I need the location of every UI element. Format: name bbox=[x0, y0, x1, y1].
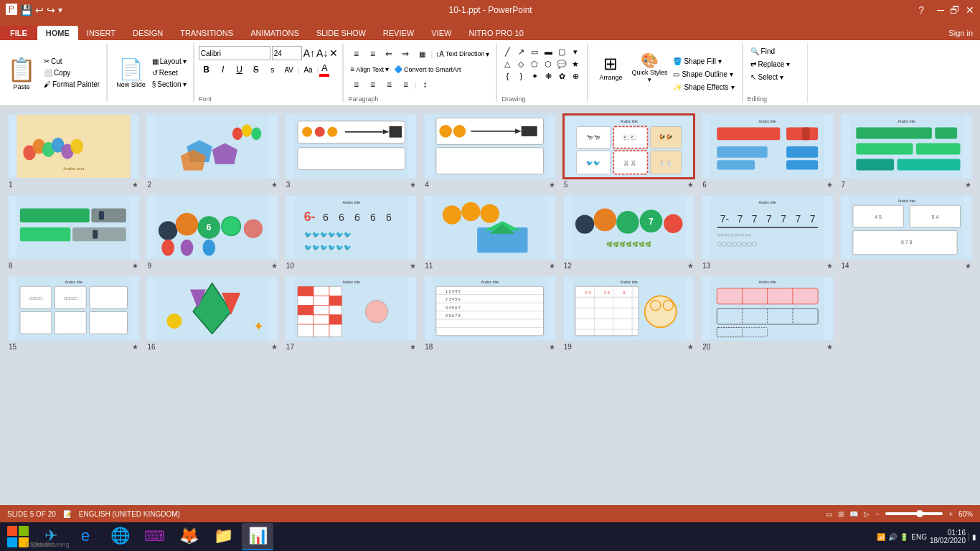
find-button[interactable]: 🔍 Find bbox=[748, 46, 793, 57]
bold-button[interactable]: B bbox=[199, 62, 215, 77]
cut-button[interactable]: ✂ Cut bbox=[42, 57, 102, 66]
italic-button[interactable]: I bbox=[215, 62, 231, 77]
shape-custom2[interactable]: ❋ bbox=[542, 70, 554, 82]
slide-sorter-btn[interactable]: ⊞ bbox=[838, 510, 844, 518]
slide-item-3[interactable]: 3★ bbox=[285, 113, 418, 189]
slide-item-7[interactable]: Arabic title 7★ bbox=[840, 113, 973, 189]
slide-item-17[interactable]: Arabic title 17★ bbox=[285, 276, 418, 351]
shape-custom1[interactable]: ✦ bbox=[529, 70, 540, 82]
font-name-input[interactable] bbox=[199, 46, 270, 60]
justify-button[interactable]: ≡ bbox=[397, 77, 413, 93]
slide-item-20[interactable]: Arabic title 20★ bbox=[701, 276, 834, 351]
slide-item-19[interactable]: Arabic title 2 5 2 5 8 19★ bbox=[562, 276, 695, 351]
shape-diamond[interactable]: ◇ bbox=[515, 58, 527, 70]
tab-animations[interactable]: ANIMATIONS bbox=[242, 26, 308, 40]
save-btn[interactable]: 💾 bbox=[20, 4, 32, 16]
slide-item-13[interactable]: Arabic title 7- 7 7 7 7 7 7 ○○○○○○○○○○ ⬡… bbox=[701, 194, 834, 270]
numbering-button[interactable]: ≡ bbox=[364, 46, 380, 62]
clear-format-btn[interactable]: ✕ bbox=[329, 47, 338, 59]
columns-button[interactable]: ▦ bbox=[414, 46, 430, 62]
increase-font-btn[interactable]: A↑ bbox=[303, 47, 315, 59]
new-slide-button[interactable]: 📄 New Slide bbox=[112, 43, 150, 103]
slide-item-18[interactable]: Arabic title 1 2 3 4 5 2 3 4 5 6 3 4 5 6… bbox=[423, 276, 556, 351]
font-size-input[interactable] bbox=[272, 46, 302, 60]
center-button[interactable]: ≡ bbox=[364, 77, 380, 93]
underline-button[interactable]: U bbox=[232, 62, 248, 77]
shape-fill-button[interactable]: 🪣 Shape Fill ▾ bbox=[670, 56, 737, 67]
paste-button[interactable]: 📋 Paste bbox=[4, 43, 39, 103]
shape-more[interactable]: ▾ bbox=[570, 46, 581, 57]
undo-btn[interactable]: ↩ bbox=[35, 4, 44, 16]
tab-transitions[interactable]: TRANSITIONS bbox=[171, 26, 242, 40]
tab-nitro[interactable]: NITRO PRO 10 bbox=[460, 26, 532, 40]
shape-rect2[interactable]: ▬ bbox=[542, 46, 554, 57]
char-spacing-button[interactable]: AV bbox=[281, 62, 297, 77]
shape-rounded-rect[interactable]: ▢ bbox=[556, 46, 567, 57]
slide-item-2[interactable]: 2★ bbox=[146, 113, 278, 189]
convert-smartart-button[interactable]: 🔷 Convert to SmartArt bbox=[392, 65, 463, 74]
shape-curly[interactable]: } bbox=[515, 70, 527, 82]
slide-item-15[interactable]: Arabic title □□□□□ □□□□□ 15★ bbox=[7, 276, 140, 351]
font-color-button[interactable]: A bbox=[319, 62, 329, 77]
align-text-button[interactable]: ≡ Align Text ▾ bbox=[348, 65, 391, 74]
presenter-view-btn[interactable]: ▷ bbox=[864, 510, 870, 518]
shape-custom4[interactable]: ⊕ bbox=[570, 70, 581, 82]
shape-outline-button[interactable]: ▭ Shape Outline ▾ bbox=[670, 69, 737, 80]
align-right-button[interactable]: ≡ bbox=[381, 77, 397, 93]
arrange-button[interactable]: ⊞ Arrange bbox=[593, 46, 628, 89]
help-btn[interactable]: ? bbox=[918, 4, 924, 16]
bullets-button[interactable]: ≡ bbox=[348, 46, 364, 62]
text-shadow-button[interactable]: s bbox=[265, 62, 281, 77]
select-button[interactable]: ↖ Select ▾ bbox=[748, 72, 793, 83]
strikethrough-button[interactable]: S bbox=[248, 62, 264, 77]
minimize-btn[interactable]: ─ bbox=[937, 4, 944, 16]
shape-brace[interactable]: { bbox=[501, 70, 513, 82]
change-case-button[interactable]: Aa bbox=[301, 62, 316, 77]
slide-item-14[interactable]: Arabic title 4 5 5 4 6 7 8 14★ bbox=[840, 194, 973, 270]
slide-item-9[interactable]: 6 9★ bbox=[146, 194, 278, 270]
line-spacing-button[interactable]: ↕ bbox=[417, 77, 433, 93]
slide-item-12[interactable]: 7 🌿🌿🌿🌿🌿🌿🌿 12★ bbox=[562, 194, 695, 270]
tab-home[interactable]: HOME bbox=[37, 26, 78, 40]
slide-item-16[interactable]: ✦ 16★ bbox=[146, 276, 278, 351]
zoom-out-btn[interactable]: − bbox=[875, 510, 880, 518]
notes-icon[interactable]: 📝 bbox=[63, 510, 72, 518]
increase-indent-button[interactable]: ⇒ bbox=[397, 46, 413, 62]
text-direction-button[interactable]: ↕A Text Direction ▾ bbox=[433, 50, 491, 59]
normal-view-btn[interactable]: ▭ bbox=[826, 510, 832, 518]
shape-arrow-line[interactable]: ↗ bbox=[515, 46, 527, 57]
tab-review[interactable]: REVIEW bbox=[374, 26, 423, 40]
quick-styles-button[interactable]: 🎨 Quick Styles ▾ bbox=[631, 46, 667, 89]
zoom-in-btn[interactable]: + bbox=[948, 510, 953, 518]
replace-button[interactable]: ⇄ Replace ▾ bbox=[748, 59, 793, 70]
slide-item-5[interactable]: Arabic title 🐄🐄 🐑🐑 🐓🐓 🐦🐦 🐰🐰 🐇🐇 5★ bbox=[562, 113, 695, 189]
slide-item-10[interactable]: Arabic title 6- 6 6 6 6 6 🐦🐦🐦🐦🐦🐦 🐦🐦🐦🐦🐦🐦 … bbox=[285, 194, 418, 270]
close-btn[interactable]: ✕ bbox=[966, 4, 974, 16]
decrease-font-btn[interactable]: A↓ bbox=[316, 47, 328, 59]
slide-item-1[interactable]: Arabic text 1★ bbox=[7, 113, 140, 189]
tab-view[interactable]: VIEW bbox=[423, 26, 460, 40]
taskbar-folder[interactable]: 📁 bbox=[207, 523, 239, 550]
reset-button[interactable]: ↺ Reset bbox=[150, 68, 189, 77]
shape-line[interactable]: ╱ bbox=[501, 46, 513, 57]
shape-custom3[interactable]: ✿ bbox=[556, 70, 567, 82]
shape-pentagon[interactable]: ⬠ bbox=[529, 58, 540, 70]
layout-button[interactable]: ▦ Layout ▾ bbox=[150, 57, 189, 66]
tab-insert[interactable]: INSERT bbox=[78, 26, 124, 40]
section-button[interactable]: § Section ▾ bbox=[150, 80, 189, 89]
shape-callout[interactable]: 💬 bbox=[556, 58, 567, 70]
tab-slideshow[interactable]: SLIDE SHOW bbox=[308, 26, 374, 40]
taskbar-powerpoint[interactable]: 📊 bbox=[242, 523, 273, 550]
zoom-handle[interactable] bbox=[916, 510, 923, 517]
slide-item-8[interactable]: 8★ bbox=[7, 194, 140, 270]
shape-hex[interactable]: ⬡ bbox=[542, 58, 554, 70]
align-left-button[interactable]: ≡ bbox=[348, 77, 364, 93]
format-painter-button[interactable]: 🖌 Format Painter bbox=[42, 80, 102, 89]
language-indicator[interactable]: ENG bbox=[911, 533, 927, 541]
slide-item-6[interactable]: Arabic title 6★ bbox=[701, 113, 834, 189]
tab-file[interactable]: FILE bbox=[0, 26, 37, 40]
redo-btn[interactable]: ↪ bbox=[47, 4, 55, 16]
restore-btn[interactable]: 🗗 bbox=[950, 4, 960, 16]
zoom-level[interactable]: 60% bbox=[958, 510, 973, 518]
tab-design[interactable]: DESIGN bbox=[124, 26, 171, 40]
